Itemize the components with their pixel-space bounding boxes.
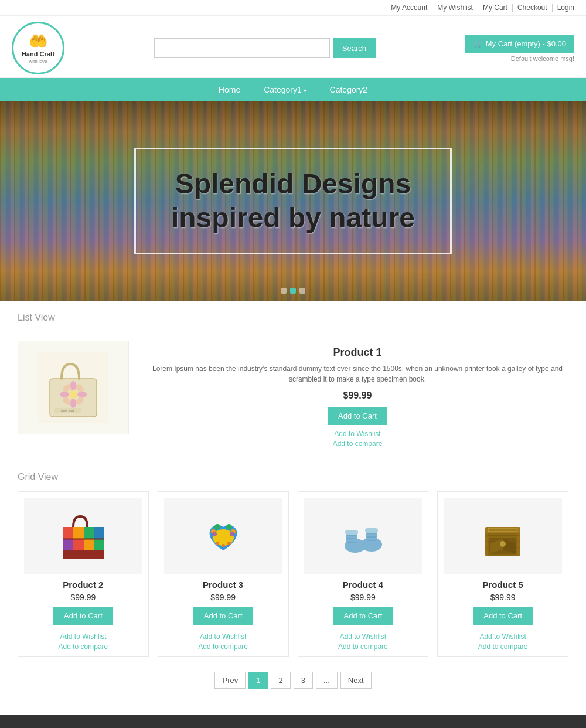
svg-rect-23	[94, 539, 104, 550]
product1-add-to-wishlist[interactable]: Add to Wishlist	[334, 430, 380, 438]
logo-icon: 🤲	[29, 32, 47, 50]
pagination-page-1[interactable]: 1	[248, 672, 268, 689]
pagination-prev[interactable]: Prev	[214, 672, 246, 689]
svg-point-33	[214, 524, 220, 530]
product5-add-to-cart[interactable]: Add to Cart	[473, 607, 533, 625]
nav-bar: Home Category1 Category2	[0, 78, 586, 101]
svg-point-32	[222, 544, 225, 547]
hero-dot-1[interactable]	[281, 288, 287, 294]
topbar-my-wishlist[interactable]: My Wishlist	[432, 4, 473, 12]
svg-rect-16	[63, 527, 73, 539]
list-view-title: List View	[18, 312, 568, 323]
cart-area: 🛒 My Cart (empty) - $0.00 Default welcom…	[465, 35, 574, 62]
pagination-page-3[interactable]: 3	[294, 672, 313, 689]
main-content: List View	[0, 301, 586, 715]
product3-image	[197, 509, 250, 562]
logo-area[interactable]: 🤲 Hand Craft with love	[12, 22, 64, 74]
product1-add-to-cart[interactable]: Add to Cart	[328, 407, 387, 425]
product2-image	[57, 509, 110, 562]
product4-add-to-cart[interactable]: Add to Cart	[333, 607, 393, 625]
hero-dots	[281, 288, 305, 294]
product3-image-box	[164, 498, 282, 574]
topbar-checkout[interactable]: Checkout	[512, 4, 547, 12]
product2-image-box	[24, 498, 142, 574]
product3-add-to-cart[interactable]: Add to Cart	[193, 607, 253, 625]
product2-wishlist[interactable]: Add to Wishlist	[60, 632, 106, 641]
grid-item-4: Product 4 $99.99 Add to Cart Add to Wish…	[298, 491, 429, 657]
product4-links: Add to Wishlist Add to compare	[304, 632, 423, 651]
footer: Magento Theme Designed With TemplateToas…	[0, 715, 586, 728]
grid-view-title: Grid View	[18, 472, 568, 482]
product5-wishlist[interactable]: Add to Wishlist	[479, 632, 526, 641]
svg-rect-49	[365, 528, 378, 533]
product2-price: $99.99	[24, 593, 142, 602]
product2-add-to-cart[interactable]: Add to Cart	[53, 607, 113, 625]
product5-compare[interactable]: Add to compare	[478, 642, 528, 651]
product4-image	[336, 509, 389, 562]
product4-image-box	[304, 498, 423, 574]
nav-category1[interactable]: Category1	[252, 78, 318, 101]
hero-dot-2[interactable]	[290, 288, 296, 294]
svg-point-30	[216, 542, 219, 545]
grid-item-2: Product 2 $99.99 Add to Cart Add to Wish…	[18, 491, 149, 657]
svg-rect-62	[517, 530, 520, 556]
grid-item-5: Product 5 $99.99 Add to Cart Add to Wish…	[437, 491, 568, 657]
product1-image: hand craft	[38, 352, 108, 423]
svg-rect-25	[63, 538, 104, 540]
product2-compare[interactable]: Add to compare	[59, 642, 108, 651]
nav-category2[interactable]: Category2	[318, 78, 380, 101]
svg-point-31	[227, 542, 231, 545]
pagination-next[interactable]: Next	[340, 672, 372, 689]
product1-price: $99.99	[146, 390, 568, 401]
product5-name: Product 5	[444, 580, 562, 590]
cart-button[interactable]: 🛒 My Cart (empty) - $0.00	[465, 35, 574, 53]
grid-view: Product 2 $99.99 Add to Cart Add to Wish…	[18, 491, 568, 657]
product3-name: Product 3	[164, 580, 282, 590]
product3-price: $99.99	[164, 593, 282, 602]
product4-name: Product 4	[304, 580, 423, 590]
topbar-login[interactable]: Login	[552, 4, 574, 12]
svg-text:hand craft: hand craft	[61, 409, 74, 413]
top-bar: My Account My Wishlist My Cart Checkout …	[0, 0, 586, 16]
nav-home[interactable]: Home	[207, 78, 252, 101]
pagination-page-2[interactable]: 2	[271, 672, 290, 689]
product5-image	[476, 509, 529, 562]
header: 🤲 Hand Craft with love Search 🛒 My Cart …	[0, 16, 586, 78]
logo[interactable]: 🤲 Hand Craft with love	[12, 22, 64, 74]
hero-dot-3[interactable]	[299, 288, 305, 294]
logo-subtitle: with love	[29, 59, 47, 64]
product1-links: Add to Wishlist Add to compare	[146, 430, 568, 448]
welcome-message: Default welcome msg!	[465, 55, 574, 62]
topbar-my-account[interactable]: My Account	[386, 4, 427, 12]
search-button[interactable]: Search	[333, 38, 376, 58]
search-input[interactable]	[154, 38, 330, 58]
product3-wishlist[interactable]: Add to Wishlist	[200, 632, 246, 641]
hero-text-box: Splendid Designs inspired by nature	[134, 148, 452, 254]
cart-label: My Cart (empty) - $0.00	[486, 39, 566, 48]
product2-links: Add to Wishlist Add to compare	[24, 632, 142, 651]
svg-point-34	[226, 524, 232, 530]
svg-point-4	[70, 399, 76, 408]
product4-compare[interactable]: Add to compare	[338, 642, 388, 651]
list-view-section: List View	[18, 312, 568, 457]
topbar-my-cart[interactable]: My Cart	[478, 4, 507, 12]
list-view-item: hand craft Product 1 Lorem Ipsum has bee…	[18, 332, 568, 457]
product4-wishlist[interactable]: Add to Wishlist	[340, 632, 386, 641]
pagination: Prev 1 2 3 ... Next	[18, 672, 568, 689]
hero-banner: Splendid Designs inspired by nature	[0, 101, 586, 301]
product5-price: $99.99	[444, 593, 562, 602]
svg-point-11	[69, 390, 77, 399]
svg-rect-20	[63, 539, 73, 550]
svg-rect-21	[73, 539, 84, 550]
logo-title: Hand Craft	[22, 50, 54, 58]
svg-rect-37	[336, 509, 389, 562]
svg-point-6	[77, 392, 87, 397]
product1-add-to-compare[interactable]: Add to compare	[333, 440, 383, 448]
product3-compare[interactable]: Add to compare	[198, 642, 248, 651]
product5-image-box	[444, 498, 562, 574]
svg-rect-61	[485, 530, 488, 556]
svg-rect-19	[94, 527, 104, 539]
svg-point-3	[70, 381, 76, 390]
svg-rect-48	[345, 530, 358, 535]
cart-icon: 🛒	[473, 39, 483, 48]
